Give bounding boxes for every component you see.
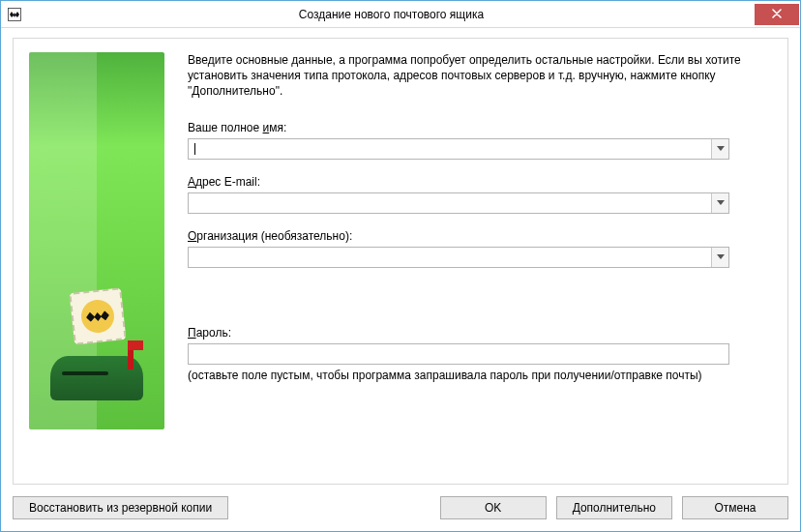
mailbox-icon	[50, 323, 143, 400]
chevron-down-icon	[717, 200, 725, 206]
ok-button[interactable]: OK	[440, 496, 547, 519]
email-input[interactable]	[189, 193, 711, 213]
dialog-window: Создание нового почтового ящика Введит	[0, 0, 801, 532]
password-hint: (оставьте поле пустым, чтобы программа з…	[188, 369, 772, 382]
app-icon	[7, 7, 22, 22]
password-input[interactable]	[189, 344, 728, 364]
email-dropdown-button[interactable]	[711, 193, 728, 213]
wizard-illustration	[29, 52, 164, 429]
org-input-combo[interactable]	[188, 247, 729, 268]
advanced-button[interactable]: Дополнительно	[556, 496, 672, 519]
cancel-button[interactable]: Отмена	[682, 496, 788, 519]
org-input[interactable]	[189, 248, 711, 267]
password-label: Пароль:	[188, 326, 772, 340]
org-dropdown-button[interactable]	[711, 248, 728, 267]
close-button[interactable]	[755, 4, 799, 25]
field-email: Адрес E-mail:	[188, 175, 772, 214]
name-label: Ваше полное имя:	[188, 121, 772, 134]
button-row: Восстановить из резервной копии OK Допол…	[13, 485, 788, 519]
email-label: Адрес E-mail:	[188, 175, 772, 189]
name-dropdown-button[interactable]	[711, 139, 728, 159]
chevron-down-icon	[717, 146, 725, 152]
password-input-wrap[interactable]	[188, 343, 729, 365]
titlebar: Создание нового почтового ящика	[1, 1, 800, 28]
form-area: Введите основные данные, а программа поп…	[164, 52, 772, 468]
restore-button[interactable]: Восстановить из резервной копии	[13, 496, 228, 519]
org-label: Организация (необязательно):	[188, 229, 772, 243]
name-input[interactable]	[189, 139, 711, 159]
window-title: Создание нового почтового ящика	[28, 8, 755, 21]
content-panel: Введите основные данные, а программа поп…	[13, 38, 788, 485]
chevron-down-icon	[717, 254, 725, 260]
field-name: Ваше полное имя:	[188, 121, 772, 160]
intro-text: Введите основные данные, а программа поп…	[188, 52, 749, 100]
field-password: Пароль: (оставьте поле пустым, чтобы про…	[188, 326, 772, 382]
email-input-combo[interactable]	[188, 192, 729, 214]
field-org: Организация (необязательно):	[188, 229, 772, 268]
name-input-combo[interactable]	[188, 138, 729, 160]
dialog-body: Введите основные данные, а программа поп…	[1, 28, 800, 531]
